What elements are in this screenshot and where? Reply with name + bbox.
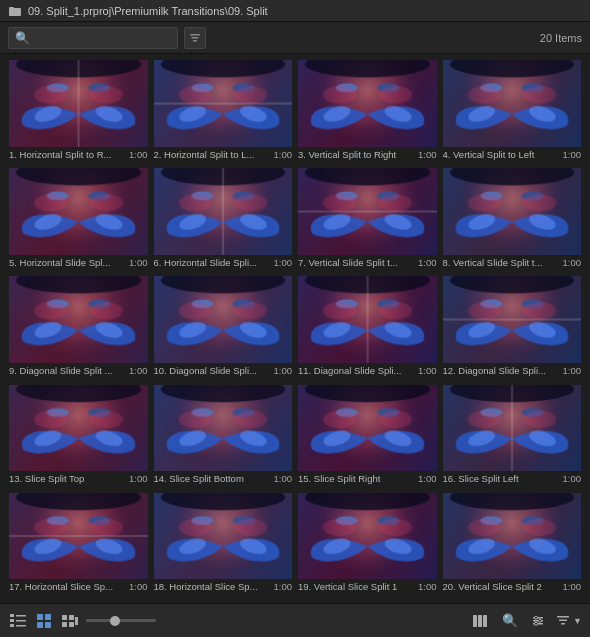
searchbar: 🔍 20 Items xyxy=(0,22,590,54)
media-grid: 1. Horizontal Split to R...1:002. Horizo… xyxy=(0,54,590,603)
filter-button[interactable] xyxy=(184,27,206,49)
item-duration: 1:00 xyxy=(418,257,437,268)
grid-item[interactable]: 14. Slice Split Bottom1:00 xyxy=(151,383,296,491)
items-count: 20 Items xyxy=(540,32,582,44)
item-duration: 1:00 xyxy=(129,365,148,376)
grid-view-button[interactable] xyxy=(34,611,54,631)
item-name: 17. Horizontal Slice Sp... xyxy=(9,581,125,592)
item-name: 19. Vertical Slice Split 1 xyxy=(298,581,414,592)
grid-item[interactable]: 7. Vertical Slide Split t...1:00 xyxy=(295,166,440,274)
svg-rect-30 xyxy=(559,619,567,621)
svg-rect-10 xyxy=(16,625,26,627)
svg-rect-22 xyxy=(483,615,487,627)
item-duration: 1:00 xyxy=(563,581,582,592)
svg-rect-3 xyxy=(192,37,199,39)
item-duration: 1:00 xyxy=(274,149,293,160)
svg-point-28 xyxy=(535,622,538,625)
item-duration: 1:00 xyxy=(129,149,148,160)
item-name: 1. Horizontal Split to R... xyxy=(9,149,125,160)
item-duration: 1:00 xyxy=(418,581,437,592)
grid-item[interactable]: 13. Slice Split Top1:00 xyxy=(6,383,151,491)
zoom-slider[interactable] xyxy=(86,619,156,622)
svg-rect-16 xyxy=(69,615,74,620)
item-duration: 1:00 xyxy=(563,473,582,484)
svg-rect-2 xyxy=(190,34,200,36)
search-box[interactable]: 🔍 xyxy=(8,27,178,49)
svg-rect-21 xyxy=(478,615,482,627)
grid-item[interactable]: 10. Diagonal Slide Spli...1:00 xyxy=(151,274,296,382)
svg-rect-13 xyxy=(37,622,43,628)
svg-rect-8 xyxy=(16,615,26,617)
svg-rect-19 xyxy=(75,617,78,625)
svg-rect-6 xyxy=(10,619,14,622)
svg-rect-4 xyxy=(193,40,197,42)
item-duration: 1:00 xyxy=(274,257,293,268)
sort-button[interactable]: ▼ xyxy=(556,614,582,628)
bottombar: 🔍 ▼ xyxy=(0,603,590,637)
svg-point-27 xyxy=(539,619,542,622)
grid-item[interactable]: 11. Diagonal Slide Spli...1:00 xyxy=(295,274,440,382)
item-name: 15. Slice Split Right xyxy=(298,473,414,484)
grid-item[interactable]: 3. Vertical Split to Right1:00 xyxy=(295,58,440,166)
svg-rect-20 xyxy=(473,615,477,627)
zoom-slider-wrap xyxy=(86,619,156,622)
item-name: 3. Vertical Split to Right xyxy=(298,149,414,160)
item-duration: 1:00 xyxy=(129,581,148,592)
item-name: 7. Vertical Slide Split t... xyxy=(298,257,414,268)
hover-scrub-button[interactable] xyxy=(60,611,80,631)
item-name: 18. Horizontal Slice Sp... xyxy=(154,581,270,592)
titlebar-title: 09. Split_1.prproj\Premiumilk Transition… xyxy=(28,5,268,17)
grid-item[interactable]: 15. Slice Split Right1:00 xyxy=(295,383,440,491)
grid-item[interactable]: 6. Horizontal Slide Spli...1:00 xyxy=(151,166,296,274)
item-name: 20. Vertical Slice Split 2 xyxy=(443,581,559,592)
grid-item[interactable]: 2. Horizontal Split to L...1:00 xyxy=(151,58,296,166)
grid-item[interactable]: 20. Vertical Slice Split 21:00 xyxy=(440,491,585,599)
item-duration: 1:00 xyxy=(563,257,582,268)
svg-rect-15 xyxy=(62,615,67,620)
grid-item[interactable]: 1. Horizontal Split to R...1:00 xyxy=(6,58,151,166)
grid-item[interactable]: 9. Diagonal Slide Split ...1:00 xyxy=(6,274,151,382)
item-name: 5. Horizontal Slide Spl... xyxy=(9,257,125,268)
item-name: 11. Diagonal Slide Spli... xyxy=(298,365,414,376)
grid-item[interactable]: 4. Vertical Split to Left1:00 xyxy=(440,58,585,166)
item-name: 8. Vertical Slide Split t... xyxy=(443,257,559,268)
item-name: 10. Diagonal Slide Spli... xyxy=(154,365,270,376)
item-duration: 1:00 xyxy=(129,473,148,484)
search-icon: 🔍 xyxy=(15,31,30,45)
item-duration: 1:00 xyxy=(418,149,437,160)
grid-item[interactable]: 8. Vertical Slide Split t...1:00 xyxy=(440,166,585,274)
item-duration: 1:00 xyxy=(129,257,148,268)
item-duration: 1:00 xyxy=(274,581,293,592)
settings-button[interactable] xyxy=(528,611,548,631)
column-view-button[interactable] xyxy=(472,611,492,631)
svg-rect-7 xyxy=(10,624,14,627)
item-duration: 1:00 xyxy=(274,365,293,376)
item-duration: 1:00 xyxy=(418,365,437,376)
item-name: 6. Horizontal Slide Spli... xyxy=(154,257,270,268)
search-bottom-button[interactable]: 🔍 xyxy=(500,611,520,631)
svg-rect-29 xyxy=(557,616,569,618)
grid-item[interactable]: 12. Diagonal Slide Spli...1:00 xyxy=(440,274,585,382)
folder-icon xyxy=(8,4,22,18)
item-name: 9. Diagonal Slide Split ... xyxy=(9,365,125,376)
svg-rect-12 xyxy=(45,614,51,620)
item-duration: 1:00 xyxy=(563,365,582,376)
item-duration: 1:00 xyxy=(563,149,582,160)
item-name: 2. Horizontal Split to L... xyxy=(154,149,270,160)
item-duration: 1:00 xyxy=(418,473,437,484)
svg-rect-0 xyxy=(9,8,21,16)
item-name: 4. Vertical Split to Left xyxy=(443,149,559,160)
svg-rect-14 xyxy=(45,622,51,628)
grid-item[interactable]: 18. Horizontal Slice Sp...1:00 xyxy=(151,491,296,599)
item-name: 16. Slice Split Left xyxy=(443,473,559,484)
grid-item[interactable]: 17. Horizontal Slice Sp...1:00 xyxy=(6,491,151,599)
svg-rect-1 xyxy=(9,7,14,9)
list-view-button[interactable] xyxy=(8,611,28,631)
svg-point-26 xyxy=(535,616,538,619)
svg-rect-11 xyxy=(37,614,43,620)
titlebar: 09. Split_1.prproj\Premiumilk Transition… xyxy=(0,0,590,22)
grid-item[interactable]: 19. Vertical Slice Split 11:00 xyxy=(295,491,440,599)
grid-item[interactable]: 5. Horizontal Slide Spl...1:00 xyxy=(6,166,151,274)
search-input[interactable] xyxy=(34,32,172,44)
grid-item[interactable]: 16. Slice Split Left1:00 xyxy=(440,383,585,491)
